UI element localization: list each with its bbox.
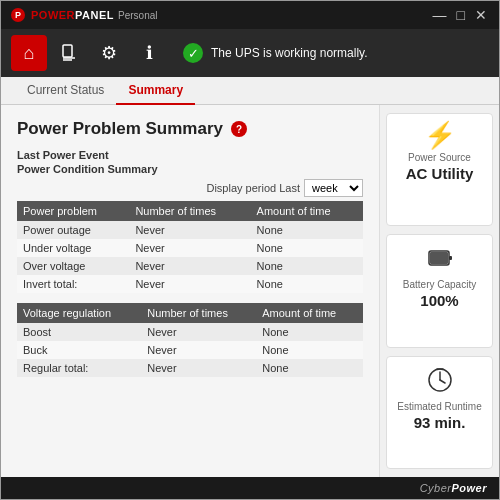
status-text: The UPS is working normally. (211, 46, 368, 60)
power-condition-label: Power Condition Summary (17, 163, 363, 175)
volt-col-amount: Amount of time (256, 303, 363, 323)
close-button[interactable]: ✕ (473, 8, 489, 22)
volt-col-times: Number of times (141, 303, 256, 323)
svg-rect-4 (449, 256, 452, 260)
file-button[interactable] (51, 35, 87, 71)
app-name: POWERPANEL (31, 9, 114, 21)
table-row: BoostNeverNone (17, 323, 363, 341)
power-problem-table: Power problem Number of times Amount of … (17, 201, 363, 293)
status-bar: ✓ The UPS is working normally. (183, 43, 368, 63)
power-source-label: Power Source (408, 152, 471, 163)
volt-col-regulation: Voltage regulation (17, 303, 141, 323)
tabs: Current Status Summary (1, 77, 499, 105)
svg-rect-5 (430, 252, 448, 264)
info-button[interactable]: ℹ (131, 35, 167, 71)
display-period-label: Display period Last (206, 182, 300, 194)
left-panel: Power Problem Summary ? Last Power Event… (1, 105, 379, 477)
toolbar: ⌂ ⚙ ℹ ✓ The UPS is working normally. (1, 29, 499, 77)
power-col-times: Number of times (129, 201, 250, 221)
tab-summary[interactable]: Summary (116, 77, 195, 105)
window-controls: — □ ✕ (431, 8, 489, 22)
power-source-card: ⚡ Power Source AC Utility (386, 113, 493, 226)
help-icon[interactable]: ? (231, 121, 247, 137)
brand-power: Power (451, 482, 487, 494)
battery-icon (426, 243, 454, 275)
maximize-button[interactable]: □ (455, 8, 467, 22)
status-icon: ✓ (183, 43, 203, 63)
right-panel: ⚡ Power Source AC Utility Battery Capaci… (379, 105, 499, 477)
battery-capacity-value: 100% (420, 292, 458, 309)
power-col-amount: Amount of time (251, 201, 363, 221)
display-period-row: Display period Last week day month (17, 179, 363, 197)
power-source-value: AC Utility (406, 165, 474, 182)
last-power-event-label: Last Power Event (17, 149, 363, 161)
table-row: BuckNeverNone (17, 341, 363, 359)
power-col-problem: Power problem (17, 201, 129, 221)
voltage-regulation-table: Voltage regulation Number of times Amoun… (17, 303, 363, 377)
table-row: Regular total:NeverNone (17, 359, 363, 377)
runtime-value: 93 min. (414, 414, 466, 431)
svg-line-8 (440, 380, 445, 383)
footer: CyberPower (1, 477, 499, 499)
title-bar: P POWERPANEL Personal — □ ✕ (1, 1, 499, 29)
runtime-icon (426, 365, 454, 397)
main-window: P POWERPANEL Personal — □ ✕ ⌂ ⚙ ℹ ✓ The … (0, 0, 500, 500)
svg-rect-0 (63, 45, 72, 57)
main-content: Power Problem Summary ? Last Power Event… (1, 105, 499, 477)
table-row: Invert total:NeverNone (17, 275, 363, 293)
home-button[interactable]: ⌂ (11, 35, 47, 71)
table-row: Over voltageNeverNone (17, 257, 363, 275)
app-subtitle: Personal (118, 10, 157, 21)
settings-button[interactable]: ⚙ (91, 35, 127, 71)
brand-cyber: Cyber (420, 482, 452, 494)
section-title: Power Problem Summary ? (17, 119, 363, 139)
tab-current-status[interactable]: Current Status (15, 77, 116, 105)
battery-capacity-card: Battery Capacity 100% (386, 234, 493, 347)
runtime-label: Estimated Runtime (397, 401, 481, 412)
power-source-icon: ⚡ (424, 122, 456, 148)
runtime-card: Estimated Runtime 93 min. (386, 356, 493, 469)
app-logo: P (11, 8, 25, 22)
table-row: Power outageNeverNone (17, 221, 363, 239)
minimize-button[interactable]: — (431, 8, 449, 22)
brand: CyberPower (420, 482, 487, 494)
display-period-select[interactable]: week day month (304, 179, 363, 197)
table-row: Under voltageNeverNone (17, 239, 363, 257)
battery-capacity-label: Battery Capacity (403, 279, 476, 290)
